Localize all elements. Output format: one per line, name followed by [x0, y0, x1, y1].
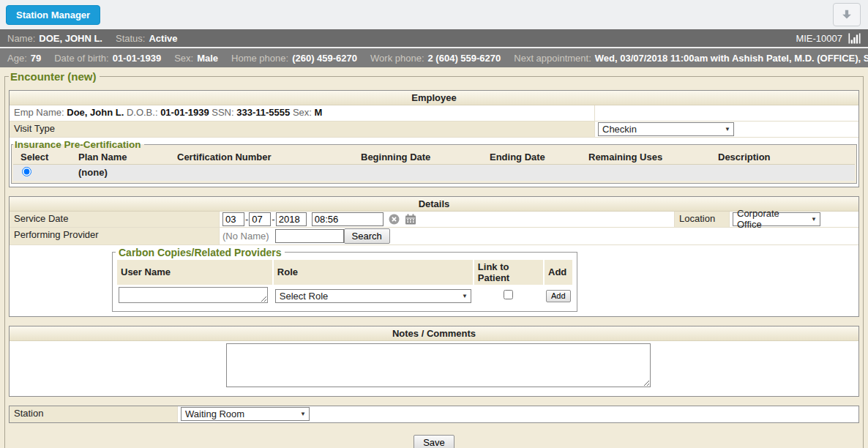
employee-info-row: Emp Name: Doe, John L. D.O.B.: 01-01-193…	[10, 105, 858, 122]
cc-add-button[interactable]: Add	[546, 290, 571, 302]
next-appointment-label: Next appointment:	[514, 53, 591, 64]
age-label: Age:	[7, 53, 27, 64]
visit-type-row: Visit Type Checkin ▼	[10, 122, 858, 138]
cc-role-value: Select Role	[280, 291, 328, 302]
emp-ssn-value: 333-11-5555	[236, 107, 290, 118]
details-header: Details	[10, 197, 858, 212]
download-button[interactable]	[833, 3, 861, 26]
emp-sex-value: M	[315, 107, 323, 118]
home-phone-label: Home phone:	[231, 53, 288, 64]
station-value: Waiting Room	[185, 408, 244, 419]
demographics-bar: Age: 79 Date of birth: 01-01-1939 Sex: M…	[0, 47, 868, 67]
service-date-day-input[interactable]	[249, 212, 271, 226]
encounter-legend: Encounter (new)	[9, 70, 100, 83]
visit-type-label: Visit Type	[10, 122, 595, 137]
calendar-icon[interactable]	[405, 214, 416, 225]
cc-role-select[interactable]: Select Role ▼	[275, 289, 471, 303]
col-remaining-uses: Remaining Uses	[585, 150, 715, 165]
dropdown-arrow-icon: ▼	[811, 216, 817, 223]
carbon-copies-table: User Name Role Link to Patient Add Selec…	[116, 258, 574, 307]
col-add: Add	[545, 260, 572, 285]
insurance-header-row: Select Plan Name Certification Number Be…	[13, 150, 855, 165]
cc-link-to-patient-checkbox[interactable]	[504, 290, 513, 299]
service-date-month-input[interactable]	[222, 212, 244, 226]
app-header: Station Manager	[0, 0, 868, 29]
notes-panel: Notes / Comments	[9, 326, 859, 397]
patient-bar: Name: DOE, JOHN L. Status: Active MIE-10…	[0, 29, 868, 47]
patient-name: DOE, JOHN L.	[39, 33, 102, 44]
emp-dob-value: 01-01-1939	[160, 107, 209, 118]
location-select[interactable]: Corporate Office ▼	[733, 212, 820, 226]
visit-type-value: Checkin	[602, 124, 637, 135]
station-label: Station	[10, 406, 178, 422]
visit-type-select[interactable]: Checkin ▼	[598, 122, 734, 136]
col-certification-number: Certification Number	[174, 150, 358, 165]
performing-provider-row: Performing Provider (No Name) Search	[10, 228, 858, 245]
sex-label: Sex:	[174, 53, 193, 64]
station-panel: Station Waiting Room ▼	[9, 406, 859, 423]
carbon-copies-legend: Carbon Copies/Related Providers	[116, 247, 285, 258]
dob-value: 01-01-1939	[113, 53, 162, 64]
encounter-fieldset: Encounter (new) Employee Emp Name: Doe, …	[4, 70, 864, 448]
carbon-header-row: User Name Role Link to Patient Add	[117, 260, 572, 285]
insurance-precert-table: Select Plan Name Certification Number Be…	[13, 150, 855, 181]
employee-header: Employee	[10, 91, 858, 105]
download-arrow-icon	[840, 8, 853, 21]
notes-textarea[interactable]	[226, 343, 651, 387]
provider-search-button[interactable]: Search	[344, 228, 390, 244]
service-date-label: Service Date	[10, 212, 220, 227]
emp-dob-label: D.O.B.:	[127, 107, 158, 118]
insurance-none-radio[interactable]	[22, 167, 31, 176]
carbon-copies-row: Carbon Copies/Related Providers User Nam…	[10, 245, 858, 316]
col-description: Description	[715, 150, 855, 165]
insurance-precert-fieldset: Insurance Pre-Certification Select Plan …	[11, 139, 857, 184]
work-phone-value: 2 (604) 559-6270	[428, 53, 501, 64]
insurance-row-none: (none)	[13, 165, 855, 181]
clear-date-icon[interactable]	[389, 214, 400, 225]
emp-sex-label: Sex:	[293, 107, 312, 118]
col-ending-date: Ending Date	[487, 150, 585, 165]
service-time-input[interactable]	[312, 212, 384, 226]
employee-info: Emp Name: Doe, John L. D.O.B.: 01-01-193…	[10, 105, 595, 121]
col-plan-name: Plan Name	[75, 150, 174, 165]
col-select: Select	[13, 150, 75, 165]
carbon-input-row: Select Role ▼ Add	[117, 286, 572, 306]
dropdown-arrow-icon: ▼	[300, 411, 306, 417]
station-manager-button[interactable]: Station Manager	[6, 5, 100, 25]
col-link-to-patient: Link to Patient	[474, 260, 543, 285]
patient-status: Active	[149, 33, 177, 44]
date-separator: -	[245, 214, 248, 225]
name-label: Name:	[7, 33, 35, 44]
provider-no-name: (No Name)	[222, 231, 269, 242]
cc-username-input[interactable]	[119, 287, 268, 303]
service-date-year-input[interactable]	[276, 212, 307, 226]
station-row: Station Waiting Room ▼	[10, 406, 858, 422]
station-select[interactable]: Waiting Room ▼	[181, 407, 310, 421]
sex-value: Male	[197, 53, 218, 64]
carbon-copies-fieldset: Carbon Copies/Related Providers User Nam…	[112, 247, 577, 312]
status-label: Status:	[116, 33, 145, 44]
date-separator: -	[272, 214, 274, 225]
col-role: Role	[274, 260, 473, 285]
emp-ssn-label: SSN:	[212, 107, 233, 118]
location-label: Location	[674, 212, 730, 227]
dropdown-arrow-icon: ▼	[462, 293, 468, 299]
details-panel: Details Service Date - -	[9, 196, 859, 317]
emp-name-label: Emp Name:	[14, 107, 64, 118]
home-phone-value: (260) 459-6270	[292, 53, 357, 64]
patient-id: MIE-10007	[796, 33, 842, 44]
work-phone-label: Work phone:	[370, 53, 424, 64]
chart-icon[interactable]	[848, 33, 861, 44]
col-beginning-date: Beginning Date	[358, 150, 487, 165]
col-user-name: User Name	[117, 260, 272, 285]
age-value: 79	[31, 53, 41, 64]
provider-search-input[interactable]	[275, 229, 344, 243]
notes-header: Notes / Comments	[10, 326, 858, 341]
employee-info-spacer	[595, 105, 604, 121]
service-date-row: Service Date - -	[10, 212, 858, 228]
employee-panel: Employee Emp Name: Doe, John L. D.O.B.: …	[9, 90, 859, 187]
next-appointment-value: Wed, 03/07/2018 11:00am with Ashish Pate…	[595, 53, 868, 64]
save-button[interactable]: Save	[414, 435, 454, 448]
dropdown-arrow-icon: ▼	[725, 126, 730, 132]
performing-provider-label: Performing Provider	[10, 228, 220, 244]
